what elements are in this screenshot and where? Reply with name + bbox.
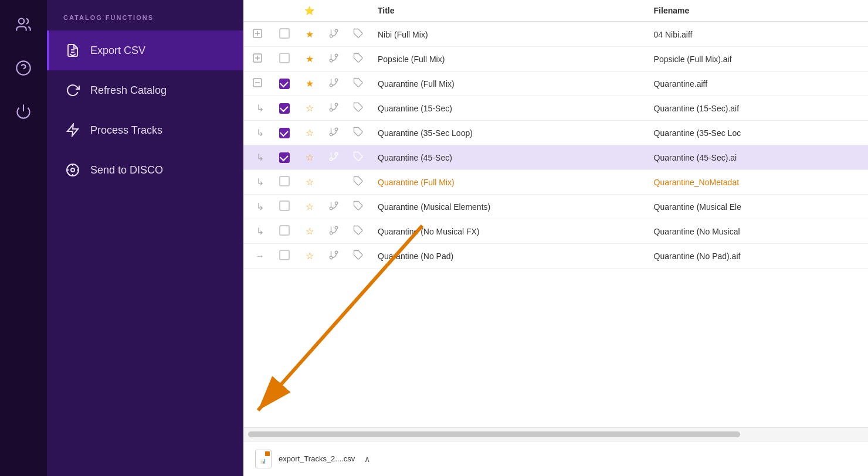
star-empty-icon[interactable]: ☆ — [306, 202, 314, 212]
table-container[interactable]: ⭐ Title Filename ★Nibi (Full Mix)04 Nibi… — [243, 0, 868, 427]
expand-col[interactable]: ↳ — [243, 195, 272, 219]
expand-col[interactable] — [243, 47, 272, 72]
check-col[interactable] — [272, 121, 297, 145]
star-empty-icon[interactable]: ☆ — [306, 251, 314, 261]
star-col[interactable]: ☆ — [297, 219, 321, 244]
menu-item-send-to-disco[interactable]: Send to DISCO — [47, 150, 243, 190]
table-row[interactable]: ↳☆Quarantine (Musical Elements)Quarantin… — [243, 195, 868, 219]
catalog-title: CATALOG FUNCTIONS — [47, 0, 243, 30]
checkbox[interactable] — [279, 103, 290, 114]
check-col[interactable] — [272, 244, 297, 268]
expand-col[interactable] — [243, 72, 272, 96]
table-row[interactable]: →☆Quarantine (No Pad)Quarantine (No Pad)… — [243, 244, 868, 268]
svg-point-52 — [330, 232, 333, 234]
table-row[interactable]: ↳☆Quarantine (Full Mix)Quarantine_NoMeta… — [243, 170, 868, 195]
checkbox[interactable] — [279, 225, 290, 236]
table-row[interactable]: ↳☆Quarantine (15-Sec)Quarantine (15-Sec)… — [243, 96, 868, 121]
star-col[interactable]: ☆ — [297, 96, 321, 121]
menu-item-export-csv[interactable]: Export CSV — [47, 30, 243, 70]
table-row[interactable]: ↳☆Quarantine (35-Sec Loop)Quarantine (35… — [243, 121, 868, 145]
svg-point-56 — [330, 256, 333, 259]
tag-col — [346, 219, 371, 244]
power-icon[interactable] — [11, 98, 36, 124]
expand-col[interactable]: ↳ — [243, 170, 272, 195]
check-col[interactable] — [272, 72, 297, 96]
filename-col: 04 Nibi.aiff — [647, 22, 868, 47]
filename-col: Quarantine (45-Sec).ai — [647, 145, 868, 170]
star-empty-icon[interactable]: ☆ — [306, 103, 314, 113]
branch-col — [321, 72, 346, 96]
svg-point-17 — [335, 29, 338, 32]
table-row[interactable]: ↳☆Quarantine (45-Sec)Quarantine (45-Sec)… — [243, 145, 868, 170]
expand-col[interactable]: ↳ — [243, 96, 272, 121]
menu-item-process-tracks[interactable]: Process Tracks — [47, 110, 243, 150]
tag-col — [346, 96, 371, 121]
tag-col — [346, 22, 371, 47]
expand-col[interactable]: → — [243, 244, 272, 268]
svg-point-38 — [335, 128, 338, 131]
star-filled-icon[interactable]: ★ — [306, 79, 314, 89]
star-empty-icon[interactable]: ☆ — [306, 177, 314, 187]
expand-col[interactable] — [243, 22, 272, 47]
star-col[interactable]: ☆ — [297, 170, 321, 195]
checkbox[interactable] — [279, 200, 290, 211]
star-col[interactable]: ☆ — [297, 244, 321, 268]
checkbox[interactable] — [279, 53, 290, 63]
check-col[interactable] — [272, 22, 297, 47]
check-col[interactable] — [272, 170, 297, 195]
check-col[interactable] — [272, 145, 297, 170]
users-icon[interactable] — [11, 12, 36, 38]
checkbox[interactable] — [279, 176, 290, 186]
check-col[interactable] — [272, 219, 297, 244]
col-tag — [346, 0, 371, 22]
menu-label-send-to-disco: Send to DISCO — [90, 164, 163, 176]
star-filled-icon[interactable]: ★ — [306, 54, 314, 64]
menu-label-refresh-catalog: Refresh Catalog — [90, 84, 167, 97]
check-col[interactable] — [272, 96, 297, 121]
title-col: Quarantine (15-Sec) — [371, 96, 647, 121]
star-empty-icon[interactable]: ☆ — [306, 226, 314, 236]
table-row[interactable]: ★Quarantine (Full Mix)Quarantine.aiff — [243, 72, 868, 96]
checkbox[interactable] — [279, 152, 290, 163]
checkbox[interactable] — [279, 128, 290, 138]
star-col[interactable]: ★ — [297, 47, 321, 72]
expand-col[interactable]: ↳ — [243, 145, 272, 170]
star-col[interactable]: ☆ — [297, 121, 321, 145]
table-row[interactable]: ↳☆Quarantine (No Musical FX)Quarantine (… — [243, 219, 868, 244]
check-col[interactable] — [272, 47, 297, 72]
tag-col — [346, 72, 371, 96]
horizontal-scrollbar[interactable] — [248, 431, 740, 437]
branch-col — [321, 170, 346, 195]
filename-col: Quarantine_NoMetadat — [647, 170, 868, 195]
download-chevron-icon[interactable]: ∧ — [364, 454, 370, 464]
star-filled-icon[interactable]: ★ — [306, 29, 314, 39]
star-col[interactable]: ★ — [297, 72, 321, 96]
help-icon[interactable] — [11, 55, 36, 81]
checkbox[interactable] — [279, 79, 290, 89]
check-col[interactable] — [272, 195, 297, 219]
star-col[interactable]: ★ — [297, 22, 321, 47]
svg-point-31 — [330, 84, 333, 87]
menu-item-refresh-catalog[interactable]: Refresh Catalog — [47, 70, 243, 110]
svg-point-34 — [335, 103, 338, 106]
table-row[interactable]: ★Nibi (Full Mix)04 Nibi.aiff — [243, 22, 868, 47]
checkbox[interactable] — [279, 250, 290, 260]
svg-point-48 — [330, 207, 333, 210]
svg-point-51 — [335, 226, 338, 229]
expand-col[interactable]: ↳ — [243, 219, 272, 244]
expand-col[interactable]: ↳ — [243, 121, 272, 145]
checkbox[interactable] — [279, 28, 290, 39]
title-col: Quarantine (Full Mix) — [371, 72, 647, 96]
download-bar: 📊 export_Tracks_2....csv ∧ — [243, 441, 868, 476]
main-content: ⭐ Title Filename ★Nibi (Full Mix)04 Nibi… — [243, 0, 868, 476]
title-col: Quarantine (35-Sec Loop) — [371, 121, 647, 145]
star-empty-icon[interactable]: ☆ — [306, 128, 314, 138]
tag-col — [346, 145, 371, 170]
svg-point-55 — [335, 251, 338, 254]
branch-col — [321, 244, 346, 268]
star-col[interactable]: ☆ — [297, 195, 321, 219]
table-row[interactable]: ★Popsicle (Full Mix)Popsicle (Full Mix).… — [243, 47, 868, 72]
star-empty-icon[interactable]: ☆ — [306, 152, 314, 162]
title-col: Popsicle (Full Mix) — [371, 47, 647, 72]
star-col[interactable]: ☆ — [297, 145, 321, 170]
